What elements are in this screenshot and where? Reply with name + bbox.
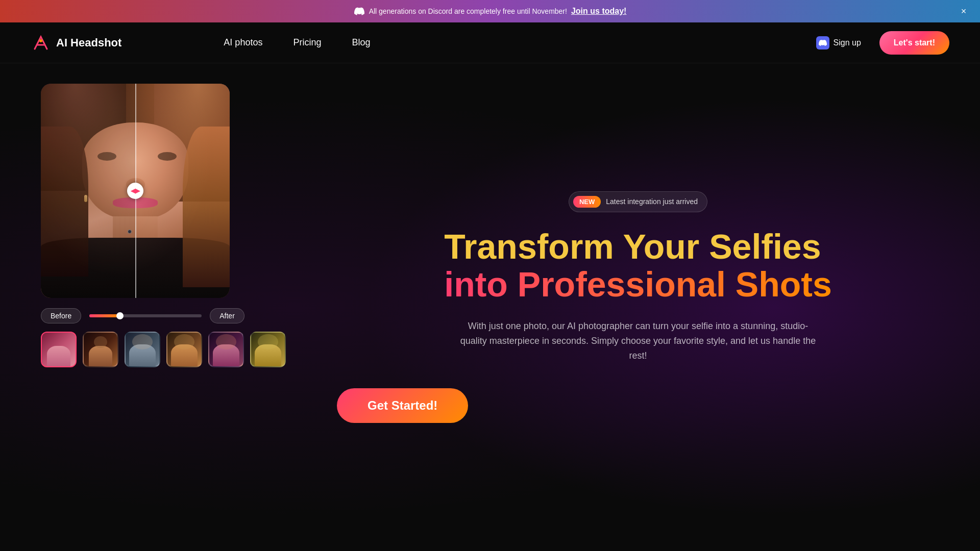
hero-content: NEW Latest integration just arrived Tran…	[337, 191, 939, 423]
slider-area: Before After	[41, 308, 244, 323]
svg-point-1	[39, 39, 42, 42]
new-badge: NEW	[573, 196, 601, 208]
logo-text: AI Headshot	[56, 36, 121, 49]
image-comparison: ◀▶	[41, 84, 230, 298]
navbar: AI Headshot AI photos Pricing Blog Sign …	[0, 22, 980, 63]
new-badge-text: Latest integration just arrived	[606, 197, 698, 206]
logo-icon	[31, 33, 51, 53]
thumb-img-3	[126, 333, 159, 366]
thumb-img-5	[209, 333, 243, 366]
lets-start-button[interactable]: Let's start!	[879, 31, 949, 55]
thumbnail-4[interactable]	[166, 332, 202, 367]
main-content: ◀▶ Before After	[0, 63, 980, 551]
thumbnail-2[interactable]	[83, 332, 118, 367]
after-label: After	[210, 308, 244, 323]
thumb-img-4	[167, 333, 201, 366]
logo[interactable]: AI Headshot	[31, 33, 121, 53]
banner-link[interactable]: Join us today!	[571, 7, 626, 16]
before-label: Before	[41, 308, 81, 323]
nav-right: Sign up Let's start!	[808, 31, 949, 55]
banner-close-button[interactable]: ×	[958, 5, 970, 17]
right-section: NEW Latest integration just arrived Tran…	[306, 63, 980, 551]
top-banner: All generations on Discord are completel…	[0, 0, 980, 22]
hero-description: With just one photo, our AI photographer…	[459, 319, 817, 363]
new-badge-row: NEW Latest integration just arrived	[569, 191, 707, 212]
left-section: ◀▶ Before After	[0, 63, 306, 551]
hero-title-line2: into Professional Shots	[444, 265, 831, 304]
thumbnail-5[interactable]	[208, 332, 244, 367]
discord-icon-badge	[816, 36, 829, 49]
thumbnail-1[interactable]	[41, 332, 77, 367]
nav-links: AI photos Pricing Blog	[224, 37, 370, 48]
nav-link-pricing[interactable]: Pricing	[293, 37, 321, 48]
split-handle[interactable]: ◀▶	[127, 183, 143, 199]
thumb-img-6	[251, 333, 285, 366]
nav-link-ai-photos[interactable]: AI photos	[224, 37, 262, 48]
discord-icon	[354, 6, 365, 17]
slider-fill	[89, 314, 120, 317]
slider-track[interactable]	[89, 314, 202, 317]
new-badge-container: NEW Latest integration just arrived	[569, 191, 707, 212]
signup-button[interactable]: Sign up	[808, 31, 869, 55]
thumbnail-3[interactable]	[125, 332, 160, 367]
get-started-button[interactable]: Get Started!	[337, 388, 468, 423]
hero-title: Transform Your Selfies into Professional…	[444, 228, 831, 304]
thumbnail-strip	[41, 332, 286, 367]
hero-title-line1: Transform Your Selfies	[444, 228, 831, 266]
thumb-img-2	[84, 333, 117, 366]
signup-label: Sign up	[834, 38, 861, 47]
thumb-img-1	[42, 333, 76, 366]
nav-link-blog[interactable]: Blog	[352, 37, 370, 48]
banner-text: All generations on Discord are completel…	[369, 7, 567, 15]
split-handle-arrows: ◀▶	[131, 187, 140, 194]
slider-thumb	[116, 312, 124, 319]
thumbnail-6[interactable]	[250, 332, 286, 367]
